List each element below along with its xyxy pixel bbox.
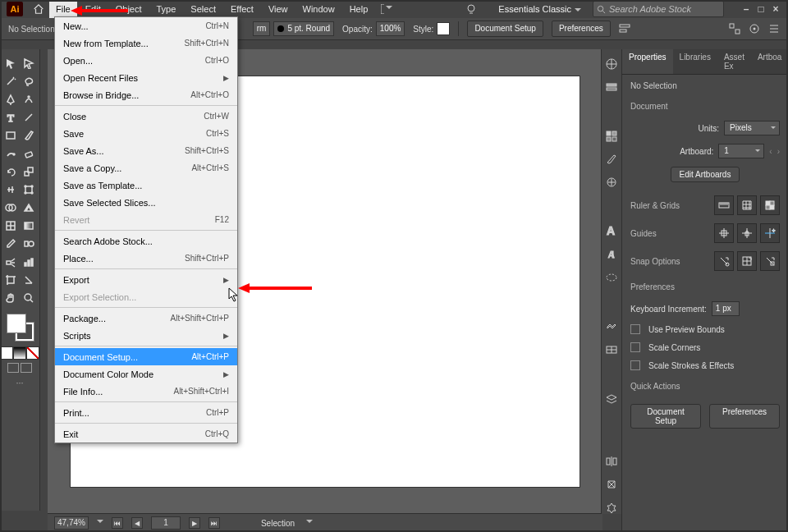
arrange-docs-icon[interactable] [381, 3, 392, 15]
swatches-panel-icon[interactable] [605, 130, 618, 143]
document-setup-button[interactable]: Document Setup [467, 21, 543, 37]
align-panel-icon[interactable] [605, 455, 618, 468]
file-menu-item-package[interactable]: Package...Alt+Shift+Ctrl+P [55, 310, 237, 327]
symbols-panel-icon[interactable] [605, 176, 618, 189]
artboard-number[interactable]: 1 [151, 516, 181, 530]
use-preview-bounds-checkbox[interactable] [630, 324, 640, 334]
rotate-tool[interactable] [2, 163, 20, 181]
tips-icon[interactable] [465, 3, 477, 15]
column-graph-tool[interactable] [20, 253, 38, 271]
stroke-option[interactable]: rm 5 pt. Round [253, 21, 334, 36]
appearance-panel-icon[interactable] [605, 320, 618, 333]
edit-toolbar-button[interactable]: ··· [16, 378, 23, 388]
file-menu-item-browse-in-bridge[interactable]: Browse in Bridge...Alt+Ctrl+O [55, 86, 237, 103]
file-menu-item-print[interactable]: Print...Ctrl+P [55, 404, 237, 421]
paintbrush-tool[interactable] [20, 126, 38, 144]
edit-artboards-button[interactable]: Edit Artboards [671, 167, 740, 182]
menu-edit[interactable]: Edit [79, 0, 108, 18]
transparency-grid-icon[interactable] [760, 195, 780, 215]
shaper-tool[interactable] [2, 144, 20, 163]
artboard-first[interactable]: ⏮ [112, 517, 123, 529]
preferences-button[interactable]: Preferences [552, 21, 611, 37]
file-menu-item-new[interactable]: New...Ctrl+N [55, 17, 237, 34]
file-menu-item-new-from-template[interactable]: New from Template...Shift+Ctrl+N [55, 34, 237, 52]
curvature-tool[interactable] [20, 90, 38, 108]
menu-type[interactable]: Type [150, 0, 183, 18]
file-menu-item-save-as[interactable]: Save As...Shift+Ctrl+S [55, 142, 237, 159]
artboard-next[interactable]: ▶ [189, 517, 200, 529]
direct-selection-tool[interactable] [20, 54, 38, 72]
file-menu-item-open-recent-files[interactable]: Open Recent Files▶ [55, 69, 237, 86]
artboard-next-arrow[interactable]: › [777, 147, 780, 156]
snap-grid-icon[interactable] [737, 251, 757, 271]
smart-guides-icon[interactable]: ✦ [760, 223, 780, 243]
line-segment-tool[interactable] [20, 108, 38, 126]
eraser-tool[interactable] [20, 144, 38, 163]
tab-libraries[interactable]: Libraries [673, 49, 717, 74]
menu-window[interactable]: Window [296, 0, 341, 18]
magic-wand-tool[interactable] [2, 72, 20, 90]
snap-pixel-icon[interactable] [760, 251, 780, 271]
snap-point-icon[interactable] [714, 251, 734, 271]
list-icon[interactable] [768, 23, 780, 34]
align-options-icon[interactable] [619, 23, 630, 34]
perspective-grid-tool[interactable] [20, 199, 38, 217]
screen-mode-buttons[interactable] [7, 363, 32, 373]
guides-lock-icon[interactable] [737, 223, 757, 243]
scale-strokes-checkbox[interactable] [630, 360, 640, 370]
artboard-last[interactable]: ⏭ [208, 517, 220, 529]
grid-toggle-icon[interactable] [737, 195, 757, 215]
stock-search[interactable]: Search Adobe Stock [593, 1, 724, 17]
qa-preferences[interactable]: Preferences [709, 404, 780, 429]
artboard-prev-arrow[interactable]: ‹ [769, 147, 772, 156]
mesh-tool[interactable] [2, 217, 20, 235]
type-tool[interactable]: T [2, 108, 20, 126]
symbol-sprayer-tool[interactable] [2, 253, 20, 271]
rectangle-tool[interactable] [2, 126, 20, 144]
transparency-panel-icon[interactable] [605, 271, 618, 284]
layers-panel-icon[interactable] [605, 392, 618, 406]
gradient-panel-icon[interactable]: AI [605, 248, 618, 261]
tab-properties[interactable]: Properties [622, 49, 673, 74]
width-tool[interactable] [2, 181, 20, 199]
opacity-group[interactable]: Opacity: 100% [342, 21, 405, 36]
selection-tool[interactable] [2, 54, 20, 72]
graphic-styles-panel-icon[interactable] [605, 343, 618, 356]
blend-tool[interactable] [20, 235, 38, 253]
artboard-prev[interactable]: ◀ [131, 517, 143, 529]
home-icon[interactable] [30, 2, 48, 16]
color-guide-panel-icon[interactable] [605, 80, 618, 94]
file-menu-item-file-info[interactable]: File Info...Alt+Shift+Ctrl+I [55, 383, 237, 400]
file-menu-item-save-as-template[interactable]: Save as Template... [55, 177, 237, 194]
keyboard-increment-value[interactable]: 1 px [712, 301, 740, 316]
free-transform-tool[interactable] [20, 181, 38, 199]
file-menu-item-place[interactable]: Place...Shift+Ctrl+P [55, 250, 237, 267]
units-select[interactable]: Pixels [724, 121, 780, 135]
menu-effect[interactable]: Effect [224, 0, 260, 18]
zoom-tool[interactable] [20, 289, 38, 307]
style-swatch[interactable] [437, 22, 450, 35]
file-menu-item-save-selected-slices[interactable]: Save Selected Slices... [55, 194, 237, 211]
file-menu-item-document-color-mode[interactable]: Document Color Mode▶ [55, 365, 237, 383]
minimize-button[interactable]: – [740, 3, 752, 15]
menu-select[interactable]: Select [184, 0, 222, 18]
tab-artboards[interactable]: Artboa [751, 49, 788, 74]
menu-file[interactable]: File [49, 0, 77, 18]
artboard-tool[interactable] [2, 271, 20, 289]
file-menu-item-save[interactable]: SaveCtrl+S [55, 125, 237, 142]
gradient-tool[interactable] [20, 217, 38, 235]
file-menu-item-save-a-copy[interactable]: Save a Copy...Alt+Ctrl+S [55, 159, 237, 177]
isolate-icon[interactable] [749, 23, 760, 34]
lasso-tool[interactable] [20, 72, 38, 90]
tab-asset-export[interactable]: Asset Ex [717, 49, 751, 74]
artboard-select[interactable]: 1 [718, 144, 764, 158]
transform-panel-icon[interactable] [605, 478, 618, 491]
color-mode-buttons[interactable] [0, 346, 39, 360]
menu-object[interactable]: Object [109, 0, 149, 18]
scale-tool[interactable] [20, 163, 38, 181]
slice-tool[interactable] [20, 271, 38, 289]
menu-view[interactable]: View [262, 0, 295, 18]
fill-stroke-swatch[interactable] [5, 312, 34, 342]
file-menu-item-export[interactable]: Export▶ [55, 271, 237, 288]
file-menu-item-open[interactable]: Open...Ctrl+O [55, 52, 237, 69]
